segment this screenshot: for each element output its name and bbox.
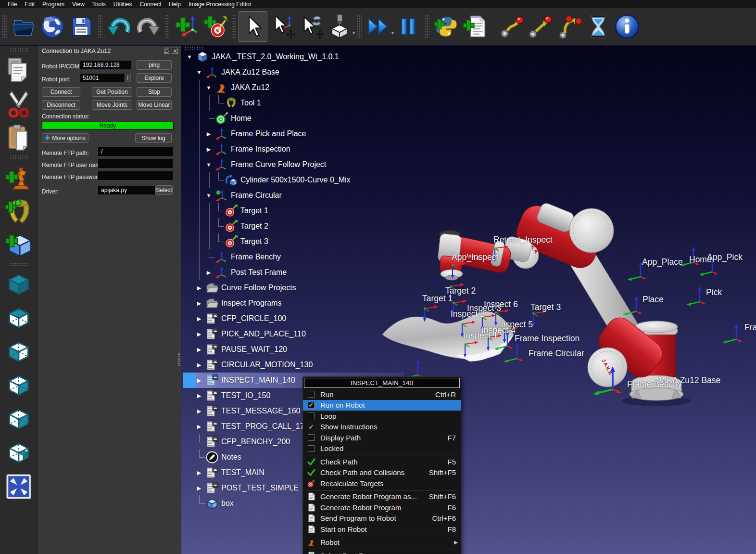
move-circular-instruction-button[interactable] [555,11,584,42]
move-linear-instruction-button[interactable] [526,11,555,42]
move-joint-instruction-button[interactable] [497,11,526,42]
expand-icon[interactable]: ▶ [195,465,203,480]
expand-icon[interactable]: ▶ [195,357,203,373]
port-spinner[interactable]: ▲▼ [125,74,131,82]
expand-icon[interactable]: ▶ [205,126,213,142]
expand-icon[interactable]: ▶ [195,373,203,388]
port-input[interactable] [80,74,131,82]
expand-icon[interactable]: ▶ [195,311,203,326]
viewport-3d[interactable]: JAKA JAKA JAKA [181,46,756,554]
more-options-button[interactable]: ✚More options [42,133,88,143]
add-program-button[interactable] [461,11,490,42]
add-target-button[interactable] [201,11,229,42]
tree-item-home[interactable]: Home [183,111,404,126]
copy-button[interactable] [3,53,35,87]
tree-item-target-2[interactable]: Target 2 [183,219,404,234]
collapse-icon[interactable]: ▼ [205,157,213,172]
checkbox-icon[interactable] [308,445,315,452]
move-linear-button[interactable]: Move Linear [137,100,172,110]
driver-select-button[interactable]: Select [155,185,173,195]
context-menu-item-generate-robot-program-as[interactable]: Generate Robot Program as...Shift+F6 [303,491,461,502]
view-right-button[interactable] [3,369,35,402]
context-menu-item-locked[interactable]: Locked [303,443,461,454]
ftp-path-input[interactable] [98,147,173,156]
expand-icon[interactable]: ▶ [195,403,203,419]
tree-item-cfp-circle-100[interactable]: ▶CFP_CIRCLE_100 [183,311,404,326]
cut-button[interactable] [3,87,35,120]
tree-item-frame-inspection[interactable]: ▶Frame Inspection [183,142,404,157]
context-menu-item-check-path[interactable]: Check PathF5 [303,456,461,467]
select-cursor-button[interactable] [239,11,267,42]
view-front-button[interactable] [3,335,35,369]
menu-help[interactable]: Help [165,1,185,8]
context-menu-item-display-path[interactable]: Display PathF7 [303,432,461,443]
pause-simulation-button[interactable] [394,11,423,42]
collapse-icon[interactable]: ▼ [205,188,213,203]
add-tool-button[interactable] [3,194,35,228]
driver-input[interactable] [98,186,155,194]
panel-float-icon[interactable] [164,48,170,54]
menu-image-processing-editor[interactable]: Image Processing Editor [185,1,255,8]
paste-button[interactable] [3,120,35,154]
add-robot-button[interactable] [3,160,35,194]
checkbox-icon[interactable] [308,412,315,419]
tree-item-frame-curve-follow-project[interactable]: ▼Frame Curve Follow Project [183,157,404,172]
panel-close-icon[interactable] [172,48,178,54]
context-menu-item-select-post-processor[interactable]: Select Post Processor [303,550,461,554]
open-station-button[interactable] [9,11,38,42]
context-menu-item-run[interactable]: RunCtrl+R [303,389,461,400]
tree-item-tool-1[interactable]: Tool 1 [183,95,404,111]
checkbox-checked-icon[interactable]: ✓ [308,402,315,409]
context-menu-item-run-on-robot[interactable]: ✓Run on Robot [303,400,461,411]
expand-icon[interactable]: ▶ [195,280,203,296]
tree-item-curve-follow-projects[interactable]: ▶Curve Follow Projects [183,280,404,296]
tree-item-post-test-frame[interactable]: ▶Post Test Frame [183,265,404,280]
tree-item-frame-circular[interactable]: ▼Frame Circular [183,188,404,203]
menu-view[interactable]: View [68,1,88,8]
fast-simulation-button[interactable] [364,11,393,42]
menu-program[interactable]: Program [38,1,68,8]
context-menu-item-check-path-and-collisions[interactable]: Check Path and CollisionsShift+F5 [303,467,461,478]
add-python-program-button[interactable] [432,11,461,42]
add-shape-button[interactable] [3,228,35,261]
menu-edit[interactable]: Edit [21,1,38,8]
redo-button[interactable] [134,11,163,42]
menu-connect[interactable]: Connect [136,1,165,8]
tree-item-inspect-programs[interactable]: ▶Inspect Programs [183,296,404,311]
add-reference-frame-button[interactable] [172,11,201,42]
tree-item-target-3[interactable]: Target 3 [183,234,404,249]
context-menu-item-generate-robot-program[interactable]: Generate Robot ProgramF6 [303,502,461,513]
tree-item-frame-pick-and-place[interactable]: ▶Frame Pick and Place [183,126,404,142]
move-joints-button[interactable]: Move Joints [92,100,132,110]
menu-tools[interactable]: Tools [88,1,110,8]
ip-input[interactable] [80,61,131,69]
ftp-user-input[interactable] [98,159,173,168]
menu-file[interactable]: File [4,1,21,8]
disconnect-button[interactable]: Disconnect [42,100,80,110]
tree-item-jaka-test-2-0-working-wt-1-0-1[interactable]: ▼JAKA _TEST_2.0_Working_Wt_1.0.1 [183,49,404,64]
collapse-icon[interactable]: ▼ [186,49,193,64]
expand-icon[interactable]: ▶ [195,296,203,311]
tree-item-target-1[interactable]: Target 1 [183,203,404,219]
ftp-pass-input[interactable] [98,171,173,180]
context-menu-item-robot[interactable]: Robot▶ [303,537,461,548]
expand-icon[interactable]: ▶ [195,388,203,403]
tree-item-pause-wait-120[interactable]: ▶PAUSE_WAIT_120 [183,342,404,357]
get-position-button[interactable]: Get Position [92,87,132,97]
checkbox-icon[interactable] [308,434,315,441]
tree-item-frame-benchy[interactable]: Frame Benchy [183,249,404,265]
context-menu-item-show-instructions[interactable]: ✓Show Instructions [303,422,461,433]
tree-item-cylinder-500x1500-curve-0-mix[interactable]: Cylinder 500x1500-Curve 0_Mix [183,172,404,188]
stop-button[interactable]: Stop [137,87,172,97]
menu-utilities[interactable]: Utilities [110,1,136,8]
show-log-button[interactable]: Show log [135,133,172,143]
show-message-instruction-button[interactable] [613,11,642,42]
panel-splitter[interactable] [177,353,180,366]
collapse-icon[interactable]: ▼ [195,64,203,80]
expand-icon[interactable]: ▶ [195,326,203,342]
expand-icon[interactable]: ▶ [205,142,213,157]
move-reference-cursor-button[interactable] [267,11,296,42]
checkbox-icon[interactable] [308,391,315,398]
tree-item-jaka-zu12-base[interactable]: ▼JAKA Zu12 Base [183,64,404,80]
collapse-icon[interactable]: ▼ [205,80,213,95]
